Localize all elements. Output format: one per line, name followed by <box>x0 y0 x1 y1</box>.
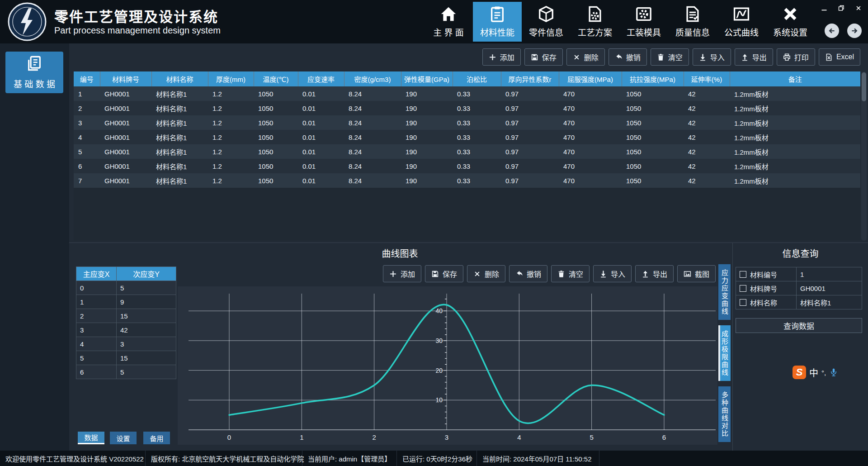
tab-stress-strain-curve[interactable]: 应力应变曲线 <box>718 264 731 320</box>
strain-row[interactable]: 19 <box>76 295 176 309</box>
query-field-value-material-id[interactable]: 1 <box>797 267 862 281</box>
strain-cell[interactable]: 15 <box>117 351 176 365</box>
table-cell[interactable]: 1.2mm板材 <box>730 115 860 130</box>
table-cell[interactable]: 470 <box>559 115 622 130</box>
tab-data[interactable]: 数据 <box>78 432 104 444</box>
nav-back-button[interactable] <box>825 24 839 38</box>
table-undo-button[interactable]: 撤销 <box>609 48 647 66</box>
tab-settings[interactable]: 设置 <box>110 432 137 444</box>
table-cell[interactable]: 材料名称1 <box>151 159 208 173</box>
table-cell[interactable]: 42 <box>684 159 730 173</box>
table-cell[interactable]: 470 <box>559 101 622 115</box>
table-cell[interactable]: 8.24 <box>344 130 401 144</box>
table-cell[interactable]: GH0001 <box>100 130 151 144</box>
table-cell[interactable]: 1050 <box>254 115 298 130</box>
ime-punctuation-mode[interactable]: °, <box>821 369 826 376</box>
table-cell[interactable]: 1050 <box>254 144 298 159</box>
table-cell[interactable]: 0.01 <box>298 173 344 188</box>
table-row[interactable]: 3GH0001材料名称11.210500.018.241900.330.9747… <box>74 115 860 130</box>
table-add-button[interactable]: 添加 <box>482 48 521 66</box>
table-excel-button[interactable]: Excel <box>819 48 860 66</box>
table-cell[interactable]: 材料名称1 <box>151 130 208 144</box>
table-scrollbar[interactable] <box>861 71 867 241</box>
table-cell[interactable]: 470 <box>559 144 622 159</box>
checkbox-material-id[interactable] <box>740 271 746 278</box>
table-cell[interactable]: 1.2mm板材 <box>730 173 860 188</box>
table-cell[interactable]: 0.33 <box>453 86 501 101</box>
table-cell[interactable]: 42 <box>684 144 730 159</box>
table-cell[interactable]: GH0001 <box>100 115 151 130</box>
table-cell[interactable]: 1 <box>74 86 100 101</box>
table-cell[interactable]: 1.2 <box>208 115 254 130</box>
nav-forward-button[interactable] <box>847 24 862 38</box>
sidebar-item-basic-data[interactable]: 基 础 数 据 <box>5 52 63 93</box>
nav-item-tooling-mold[interactable]: 工装模具 <box>619 2 668 42</box>
table-cell[interactable]: 1.2 <box>208 130 254 144</box>
strain-row[interactable]: 43 <box>76 337 176 351</box>
table-cell[interactable]: 7 <box>74 173 100 188</box>
table-cell[interactable]: 1.2 <box>208 101 254 115</box>
table-cell[interactable]: 0.33 <box>453 144 501 159</box>
strain-row[interactable]: 515 <box>76 351 176 365</box>
column-header[interactable]: 材料名称 <box>151 71 208 86</box>
table-clear-button[interactable]: 清空 <box>651 48 689 66</box>
table-cell[interactable]: 0.97 <box>501 173 559 188</box>
nav-item-system-settings[interactable]: 系统设置 <box>766 2 815 42</box>
table-delete-button[interactable]: 删除 <box>566 48 605 66</box>
table-cell[interactable]: 42 <box>684 173 730 188</box>
table-cell[interactable]: 470 <box>559 130 622 144</box>
strain-row[interactable]: 342 <box>76 323 176 337</box>
chart-save-button[interactable]: 保存 <box>425 265 463 282</box>
table-cell[interactable]: 0.33 <box>453 173 501 188</box>
table-cell[interactable]: 0.01 <box>298 144 344 159</box>
table-cell[interactable]: 8.24 <box>344 159 401 173</box>
column-header[interactable]: 材料牌号 <box>100 71 151 86</box>
strain-cell[interactable]: 0 <box>76 281 117 295</box>
table-row[interactable]: 2GH0001材料名称11.210500.018.241900.330.9747… <box>74 101 860 115</box>
table-cell[interactable]: 0.01 <box>298 130 344 144</box>
query-data-button[interactable]: 查询数据 <box>736 318 862 333</box>
table-cell[interactable]: 8.24 <box>344 173 401 188</box>
table-cell[interactable]: 1.2mm板材 <box>730 130 860 144</box>
table-cell[interactable]: 0.33 <box>453 159 501 173</box>
column-header[interactable]: 厚度(mm) <box>208 71 254 86</box>
chart-undo-button[interactable]: 撤销 <box>509 265 547 282</box>
table-cell[interactable]: 470 <box>559 173 622 188</box>
table-cell[interactable]: GH0001 <box>100 159 151 173</box>
table-cell[interactable]: 8.24 <box>344 86 401 101</box>
table-cell[interactable]: 190 <box>401 130 453 144</box>
table-cell[interactable]: 1.2mm板材 <box>730 86 860 101</box>
table-cell[interactable]: 190 <box>401 173 453 188</box>
strain-cell[interactable]: 42 <box>117 323 176 337</box>
table-row[interactable]: 4GH0001材料名称11.210500.018.241900.330.9747… <box>74 130 860 144</box>
table-cell[interactable]: 8.24 <box>344 144 401 159</box>
table-cell[interactable]: 1.2 <box>208 159 254 173</box>
strain-cell[interactable]: 15 <box>117 309 176 323</box>
strain-cell[interactable]: 5 <box>117 281 176 295</box>
nav-item-formula-curve[interactable]: 公式曲线 <box>717 2 766 42</box>
minimize-button[interactable] <box>818 3 830 14</box>
table-cell[interactable]: 0.97 <box>501 101 559 115</box>
chart-add-button[interactable]: 添加 <box>383 265 421 282</box>
column-header[interactable]: 应变速率 <box>298 71 344 86</box>
microphone-icon[interactable] <box>829 368 838 377</box>
table-cell[interactable]: 190 <box>401 159 453 173</box>
table-cell[interactable]: 材料名称1 <box>151 86 208 101</box>
strain-cell[interactable]: 3 <box>76 323 117 337</box>
ime-logo[interactable]: S <box>793 366 806 379</box>
close-button[interactable] <box>853 3 864 14</box>
strain-cell[interactable]: 5 <box>76 351 117 365</box>
table-cell[interactable]: 42 <box>684 86 730 101</box>
table-cell[interactable]: 0.97 <box>501 130 559 144</box>
table-cell[interactable]: 0.33 <box>453 130 501 144</box>
column-header[interactable]: 抗拉强度(MPa) <box>622 71 684 86</box>
tab-forming-limit-curve[interactable]: 成形极限曲线 <box>718 325 731 381</box>
table-row[interactable]: 5GH0001材料名称11.210500.018.241900.330.9747… <box>74 144 860 159</box>
table-cell[interactable]: 1.2 <box>208 173 254 188</box>
column-header[interactable]: 屈服强度(MPa) <box>559 71 622 86</box>
table-cell[interactable]: 0.01 <box>298 101 344 115</box>
table-cell[interactable]: 0.97 <box>501 144 559 159</box>
checkbox-material-grade[interactable] <box>740 285 746 292</box>
table-cell[interactable]: 1.2 <box>208 86 254 101</box>
table-cell[interactable]: 1050 <box>622 101 684 115</box>
